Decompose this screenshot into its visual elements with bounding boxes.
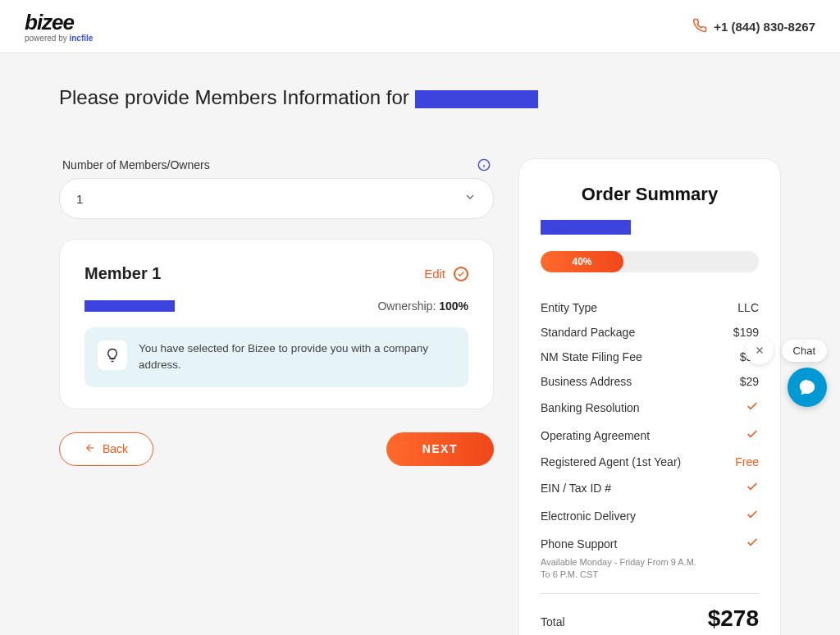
summary-row-value: $29 (740, 375, 759, 388)
summary-row-label: NM State Filing Fee (541, 350, 642, 363)
info-icon[interactable] (477, 158, 491, 171)
redacted-member-name (84, 300, 175, 312)
check-icon (746, 480, 759, 496)
phone-link[interactable]: +1 (844) 830-8267 (692, 18, 815, 35)
address-note: You have selected for Bizee to provide y… (84, 327, 468, 387)
edit-button[interactable]: Edit (424, 267, 445, 281)
check-icon (746, 427, 759, 444)
progress-fill: 40% (541, 251, 623, 272)
member-card: Member 1 Edit Ownership: 100% You h (59, 239, 494, 409)
summary-row: Phone Support (541, 530, 759, 558)
check-icon (746, 400, 759, 416)
summary-row-label: Operating Agreement (541, 429, 650, 442)
summary-row-label: Registered Agent (1st Year) (541, 455, 681, 468)
summary-row: EIN / Tax ID # (541, 474, 759, 502)
members-count-value: 1 (76, 192, 83, 206)
check-icon (746, 536, 759, 552)
chat-label[interactable]: Chat (782, 340, 827, 362)
chevron-down-icon (463, 190, 477, 207)
page-title: Please provide Members Information for (59, 86, 781, 109)
progress-bar: 40% (541, 251, 759, 272)
members-count-select[interactable]: 1 (59, 178, 494, 219)
summary-title: Order Summary (541, 184, 759, 205)
summary-row: Registered Agent (1st Year)Free (541, 450, 759, 474)
summary-row-value: LLC (737, 301, 759, 314)
logo-main: bizee (25, 10, 93, 35)
redacted-company-name (415, 90, 538, 108)
back-button[interactable]: Back (59, 432, 153, 466)
summary-row: NM State Filing Fee$50 (541, 345, 759, 369)
chat-bubble-button[interactable] (788, 368, 827, 407)
ownership-text: Ownership: 100% (377, 299, 468, 313)
summary-row: Operating Agreement (541, 422, 759, 450)
summary-row: Business Address$29 (541, 369, 759, 394)
order-summary: Order Summary 40% Entity TypeLLCStandard… (518, 158, 781, 635)
summary-row-label: Standard Package (541, 326, 635, 339)
divider (541, 593, 759, 594)
next-button[interactable]: NEXT (386, 432, 494, 466)
member-title: Member 1 (84, 264, 161, 283)
total-value: $278 (708, 605, 759, 632)
logo[interactable]: bizee powered by incfile (25, 10, 93, 43)
summary-row-value: Free (735, 455, 759, 468)
summary-row: Electronic Delivery (541, 502, 759, 530)
summary-row: Entity TypeLLC (541, 295, 759, 320)
phone-number: +1 (844) 830-8267 (714, 20, 815, 34)
summary-row: Banking Resolution (541, 394, 759, 422)
summary-row-label: EIN / Tax ID # (541, 482, 611, 495)
close-chat-button[interactable] (746, 336, 774, 364)
check-circle-icon (454, 267, 468, 281)
check-icon (746, 508, 759, 524)
summary-row: Standard Package$199 (541, 320, 759, 345)
arrow-left-icon (84, 442, 96, 456)
availability-note: Available Monday - Friday From 9 A.M. To… (541, 556, 705, 582)
total-label: Total (541, 615, 565, 628)
summary-row-label: Entity Type (541, 301, 597, 314)
summary-row-label: Banking Resolution (541, 401, 640, 414)
summary-row-label: Phone Support (541, 537, 617, 550)
summary-row-label: Electronic Delivery (541, 509, 636, 523)
phone-icon (692, 18, 707, 35)
logo-sub: powered by incfile (25, 34, 93, 43)
members-count-label: Number of Members/Owners (62, 158, 210, 171)
left-column: Number of Members/Owners 1 Member 1 Edit (59, 158, 494, 466)
redacted-summary-company (541, 220, 631, 235)
lightbulb-icon (98, 340, 127, 370)
summary-row-label: Business Address (541, 375, 632, 388)
note-text: You have selected for Bizee to provide y… (139, 340, 455, 374)
site-header: bizee powered by incfile +1 (844) 830-82… (0, 0, 840, 53)
